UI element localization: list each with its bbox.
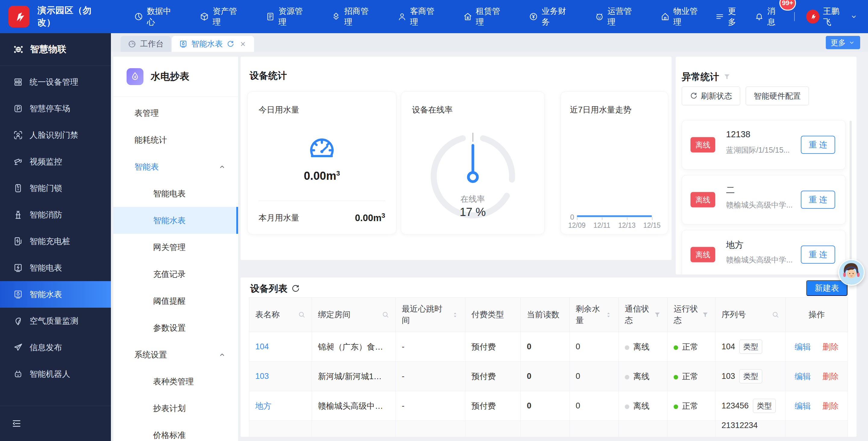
column-header[interactable]: 运行状态 xyxy=(668,298,715,332)
column-header[interactable]: 表名称 xyxy=(249,298,312,332)
submenu-group[interactable]: 系统设置 xyxy=(113,341,238,368)
column-header[interactable]: 绑定房间 xyxy=(312,298,396,332)
type-tag[interactable]: 类型 xyxy=(753,399,776,413)
delete-link[interactable]: 删除 xyxy=(823,401,839,411)
sidebar-item-charger[interactable]: 智能充电桩 xyxy=(0,228,111,255)
serial-cell: 123456类型 xyxy=(715,391,786,421)
assistant-avatar[interactable] xyxy=(838,259,865,286)
meter-name-link[interactable]: 地方 xyxy=(255,402,272,411)
app-logo[interactable] xyxy=(8,6,30,27)
sidebar-item-label: 智能水表 xyxy=(30,289,62,300)
edit-link[interactable]: 编辑 xyxy=(795,371,811,382)
table-row: 104 锦昶（广东）食品科... - 预付费 0 0 离线 正常 104类型 编… xyxy=(249,332,848,362)
filter-icon[interactable] xyxy=(701,311,709,319)
submenu-item[interactable]: 充值记录 xyxy=(113,261,238,288)
reading-cell: 0 xyxy=(521,362,569,391)
create-meter-button[interactable]: 新建表 xyxy=(806,280,847,296)
top-nav-item[interactable]: 物业管理 xyxy=(650,0,715,33)
reconnect-button[interactable]: 重 连 xyxy=(801,190,835,209)
filter-icon[interactable] xyxy=(723,73,731,81)
user-menu[interactable]: 王鹏飞 xyxy=(806,6,858,27)
top-nav-item[interactable]: 业务财务 xyxy=(518,0,584,33)
type-tag[interactable]: 类型 xyxy=(739,340,762,354)
tab-inactive[interactable]: 工作台 xyxy=(121,36,171,52)
submenu-item[interactable]: 参数设置 xyxy=(113,314,238,341)
top-nav-item[interactable]: 客商管理 xyxy=(386,0,452,33)
sidebar-item-send[interactable]: 信息发布 xyxy=(0,334,111,361)
sort-icon[interactable] xyxy=(451,311,459,319)
abnormal-device-name: 地方 xyxy=(726,239,744,251)
park-name[interactable]: 演示园区（勿改） xyxy=(37,4,108,29)
submenu-item[interactable]: 能耗统计 xyxy=(113,126,238,153)
top-nav-item[interactable]: 资源管理 xyxy=(255,0,320,33)
top-nav-item[interactable]: 资产管理 xyxy=(189,0,254,33)
sidebar-item-emeter[interactable]: 智能电表 xyxy=(0,255,111,281)
meter-name-link[interactable]: 103 xyxy=(255,372,269,381)
column-header[interactable]: 操作 xyxy=(786,298,848,332)
sidebar-collapse-button[interactable] xyxy=(0,406,111,441)
sidebar-item-air[interactable]: 空气质量监测 xyxy=(0,308,111,334)
serial-cell: 104类型 xyxy=(715,332,786,362)
sidebar-item-label: 信息发布 xyxy=(30,342,62,353)
hardware-config-button[interactable]: 智能硬件配置 xyxy=(746,87,809,105)
type-tag[interactable]: 类型 xyxy=(739,369,762,383)
sidebar-item-parking[interactable]: 智慧停车场 xyxy=(0,95,111,122)
reconnect-button[interactable]: 重 连 xyxy=(801,245,835,264)
column-header[interactable]: 付费类型 xyxy=(465,298,521,332)
reconnect-button[interactable]: 重 连 xyxy=(801,136,835,154)
refresh-icon[interactable] xyxy=(291,284,300,293)
sidebar-item-face[interactable]: 人脸识别门禁 xyxy=(0,122,111,148)
top-more-menu[interactable]: 更多 xyxy=(715,6,743,27)
top-nav-item[interactable]: 数据中心 xyxy=(123,0,189,33)
edit-link[interactable]: 编辑 xyxy=(795,401,811,411)
sidebar-module-title[interactable]: 智慧物联 xyxy=(0,33,111,66)
abnormal-scrollbar[interactable] xyxy=(849,121,852,271)
offline-status-badge: 离线 xyxy=(690,247,715,262)
sidebar-item-device[interactable]: 统一设备管理 xyxy=(0,69,111,95)
meter-name-link[interactable]: 104 xyxy=(255,342,269,351)
submenu-item[interactable]: 智能水表 xyxy=(113,207,238,234)
search-icon[interactable] xyxy=(772,311,779,319)
submenu-item[interactable]: 网关管理 xyxy=(113,234,238,261)
delete-link[interactable]: 删除 xyxy=(823,371,839,382)
sidebar-item-wmeter[interactable]: 智能水表 xyxy=(0,281,111,308)
submenu-item[interactable]: 表管理 xyxy=(113,99,238,126)
sort-icon[interactable] xyxy=(604,311,613,319)
sidebar-item-lock[interactable]: 智能门锁 xyxy=(0,175,111,202)
edit-link[interactable]: 编辑 xyxy=(795,342,811,352)
top-nav-item[interactable]: 运营管理 xyxy=(584,0,650,33)
top-nav-item[interactable]: 租赁管理 xyxy=(452,0,518,33)
sidebar-item-camera[interactable]: 视频监控 xyxy=(0,148,111,175)
water-gauge-icon xyxy=(248,134,396,164)
submenu-item[interactable]: 价格标准 xyxy=(113,422,238,441)
close-icon[interactable] xyxy=(239,40,247,48)
filter-icon[interactable] xyxy=(653,311,661,319)
column-header[interactable]: 剩余水量 xyxy=(569,298,619,332)
submenu-item[interactable]: 智能电表 xyxy=(113,180,238,207)
column-header[interactable]: 最近心跳时间 xyxy=(396,298,465,332)
submenu-item[interactable]: 表种类管理 xyxy=(113,368,238,395)
table-row: 21312234 xyxy=(249,421,848,437)
column-header[interactable]: 通信状态 xyxy=(619,298,668,332)
sidebar-item-robot[interactable]: 智能机器人 xyxy=(0,361,111,387)
tabbar-more-button[interactable]: 更多 xyxy=(826,36,860,49)
tab-active[interactable]: 智能水表 xyxy=(172,36,254,52)
column-header[interactable]: 序列号 xyxy=(715,298,786,332)
submenu-group[interactable]: 智能表 xyxy=(113,153,238,180)
refresh-icon[interactable] xyxy=(227,40,235,48)
sidebar-item-hydrant[interactable]: 智能消防 xyxy=(0,202,111,228)
search-icon[interactable] xyxy=(381,311,390,319)
refresh-status-button[interactable]: 刷新状态 xyxy=(682,87,740,105)
month-usage-row: 本月用水量 0.00m3 xyxy=(258,212,385,224)
submenu-header: 水电抄表 xyxy=(113,57,238,97)
submenu-item[interactable]: 阈值提醒 xyxy=(113,288,238,314)
search-icon[interactable] xyxy=(298,311,306,319)
column-header[interactable]: 当前读数 xyxy=(521,298,569,332)
messages-button[interactable]: 消息 99+ xyxy=(755,6,783,27)
top-nav-label: 数据中心 xyxy=(147,6,178,27)
collapse-icon[interactable] xyxy=(11,418,22,429)
robot-icon xyxy=(13,369,23,379)
delete-link[interactable]: 删除 xyxy=(823,342,839,352)
submenu-item[interactable]: 抄表计划 xyxy=(113,395,238,422)
top-nav-item[interactable]: 招商管理 xyxy=(320,0,386,33)
